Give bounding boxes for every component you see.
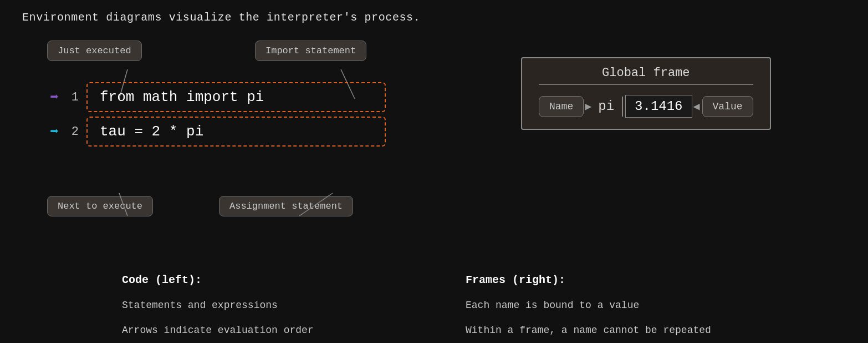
header-description: Environment diagrams visualize the inter… [22, 11, 846, 24]
next-to-execute-label: Next to execute [47, 196, 153, 216]
code-line-2: ➡ 2 tau = 2 * pi [39, 117, 477, 147]
main-content: Just executed Import statement Next to e… [22, 41, 846, 251]
frame-row: Name ▶ pi 3.1416 ◀ Value [539, 95, 753, 118]
import-statement-label: Import statement [255, 41, 366, 61]
code-box-1: from math import pi [86, 82, 386, 112]
name-badge: Name [539, 96, 584, 117]
global-frame-title: Global frame [539, 66, 753, 85]
left-panel: Just executed Import statement Next to e… [22, 41, 477, 251]
value-badge: Value [702, 96, 753, 117]
frames-item-1: Each name is bound to a value [466, 299, 846, 312]
assignment-statement-label: Assignment statement [219, 196, 353, 216]
code-section-title: Code (left): [122, 274, 455, 286]
code-item-2: Arrows indicate evaluation order [122, 324, 455, 337]
arrow-purple: ➡ [39, 88, 59, 106]
code-line-1: ➡ 1 from math import pi [39, 82, 477, 112]
frame-area: Global frame Name ▶ pi 3.1416 ◀ Value [521, 57, 771, 130]
code-area: ➡ 1 from math import pi ➡ 2 tau = 2 * pi [39, 82, 477, 147]
code-box-2: tau = 2 * pi [86, 117, 386, 147]
just-executed-label: Just executed [47, 41, 142, 61]
arrow-cyan: ➡ [39, 123, 59, 140]
line-number-2: 2 [63, 125, 79, 139]
frames-section-title: Frames (right): [466, 274, 846, 286]
frame-pi-text: pi [598, 99, 614, 114]
line-number-1: 1 [63, 90, 79, 104]
bottom-right: Frames (right): Each name is bound to a … [455, 274, 846, 343]
bottom-left: Code (left): Statements and expressions … [22, 274, 455, 343]
bottom-section: Code (left): Statements and expressions … [22, 274, 846, 343]
global-frame-box: Global frame Name ▶ pi 3.1416 ◀ Value [521, 57, 771, 130]
code-item-1: Statements and expressions [122, 299, 455, 312]
frame-value-num: 3.1416 [625, 95, 692, 118]
frames-item-2: Within a frame, a name cannot be repeate… [466, 324, 846, 337]
frame-divider [622, 97, 623, 117]
frame-arrow-right: ▶ [585, 99, 591, 113]
frame-arrow-left: ◀ [693, 99, 700, 113]
page-wrapper: Environment diagrams visualize the inter… [22, 11, 846, 343]
right-panel: Global frame Name ▶ pi 3.1416 ◀ Value [521, 41, 846, 130]
